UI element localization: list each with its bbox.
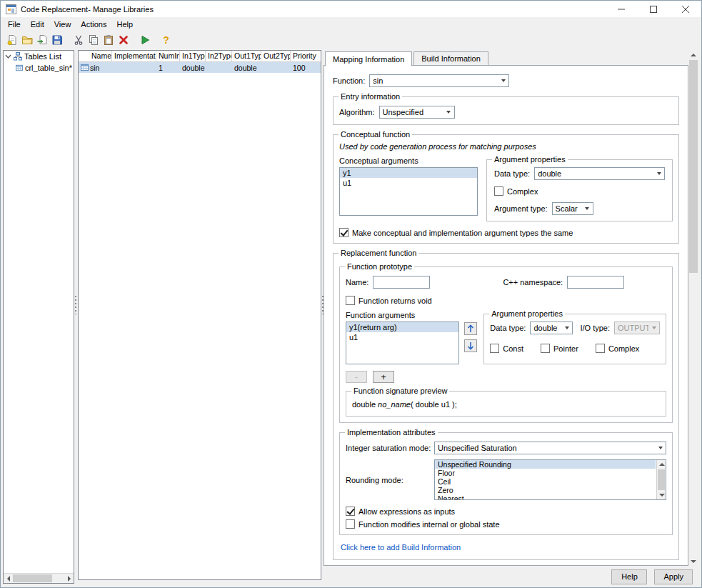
arrow-right-icon (68, 576, 71, 582)
rounding-mode-label: Rounding mode: (346, 476, 430, 484)
scrollbar-thumb[interactable] (13, 574, 52, 582)
algorithm-dropdown[interactable]: Unspecified (379, 106, 455, 119)
list-item[interactable]: Nearest (435, 494, 656, 500)
entry-icon (81, 64, 89, 71)
scroll-down-button[interactable] (688, 557, 698, 566)
run-button[interactable] (137, 32, 152, 47)
titlebar: Code Replacement- Manage Libraries (1, 1, 701, 17)
tree-node-crl-table[interactable]: crl_table_sin* (4, 62, 74, 74)
column-header-name: Name (79, 51, 112, 61)
copy-button[interactable] (86, 32, 101, 47)
tree-node-tables-list[interactable]: Tables List (4, 51, 74, 62)
scroll-up-button[interactable] (657, 460, 666, 469)
chevron-down-icon (498, 75, 508, 86)
list-item[interactable]: Unspecified Rounding (435, 460, 656, 469)
cut-button[interactable] (71, 32, 86, 47)
maximize-button[interactable] (637, 1, 669, 17)
function-value: sin (373, 76, 383, 85)
new-entry-icon (6, 34, 18, 46)
help-button[interactable]: Help (611, 569, 647, 584)
column-header-out2type: Out2Type (261, 51, 291, 61)
checkbox-label: Make conceptual and implementation argum… (352, 229, 573, 237)
returns-void-checkbox[interactable]: Function returns void (346, 296, 666, 305)
group-title: Function signature preview (351, 387, 449, 395)
menubar: File Edit View Actions Help (1, 17, 701, 31)
argument-type-dropdown[interactable]: Scalar (552, 202, 593, 215)
list-item[interactable]: Zero (435, 486, 656, 494)
saturation-mode-value: Unspecified Saturation (438, 444, 517, 452)
add-build-information-link[interactable]: Click here to add Build Information (341, 543, 671, 552)
modifies-state-checkbox[interactable]: Function modifies internal or global sta… (346, 519, 666, 529)
menu-edit[interactable]: Edit (26, 19, 49, 30)
group-title: Replacement function (339, 249, 418, 257)
cell-in1type: double (180, 64, 206, 72)
pointer-checkbox[interactable]: Pointer (541, 344, 578, 353)
apply-button[interactable]: Apply (654, 569, 693, 584)
column-header-out1type: Out1Type (232, 51, 261, 61)
const-checkbox[interactable]: Const (490, 344, 523, 353)
scroll-down-button[interactable] (657, 491, 666, 499)
list-item[interactable]: y1(return arg) (346, 322, 458, 332)
arrow-up-icon (467, 324, 474, 333)
allow-expressions-checkbox[interactable]: Allow expressions as inputs (346, 507, 666, 516)
name-input[interactable] (373, 276, 430, 289)
import-button[interactable] (34, 32, 49, 47)
move-argument-up-button[interactable] (464, 322, 477, 335)
arrow-up-icon (691, 54, 696, 56)
minimize-button[interactable] (605, 1, 637, 17)
tab-build-information[interactable]: Build Information (413, 51, 488, 66)
data-type-dropdown[interactable]: double (534, 167, 665, 180)
scroll-left-button[interactable] (4, 574, 13, 584)
save-icon (51, 34, 63, 46)
details-vertical-scrollbar[interactable] (688, 50, 698, 566)
menu-actions[interactable]: Actions (76, 19, 111, 30)
menu-help[interactable]: Help (111, 19, 138, 30)
chevron-down-icon (561, 322, 572, 334)
scrollbar-thumb[interactable] (658, 469, 665, 490)
save-button[interactable] (49, 32, 64, 47)
io-type-value: OUTPUT (618, 324, 648, 332)
same-types-checkbox[interactable]: Make conceptual and implementation argum… (339, 228, 673, 237)
data-type-value: double (533, 324, 557, 332)
cell-name-text: sin (90, 64, 99, 72)
open-button[interactable] (19, 32, 34, 47)
scroll-up-button[interactable] (688, 50, 698, 59)
rounding-scrollbar[interactable] (656, 460, 666, 499)
tree-horizontal-scrollbar[interactable] (4, 573, 74, 583)
list-item[interactable]: Ceil (435, 477, 656, 486)
checkbox-label: Function modifies internal or global sta… (358, 520, 500, 529)
cell-priority: 100 (291, 64, 321, 72)
menu-file[interactable]: File (3, 19, 26, 30)
move-argument-down-button[interactable] (464, 339, 477, 352)
list-item[interactable]: Floor (435, 469, 656, 477)
scrollbar-track[interactable] (657, 469, 666, 491)
tab-mapping-information[interactable]: Mapping Information (325, 51, 412, 66)
list-item[interactable]: y1 (340, 168, 477, 178)
function-dropdown[interactable]: sin (369, 74, 509, 87)
new-entry-button[interactable] (4, 32, 19, 47)
scroll-right-button[interactable] (64, 574, 74, 584)
add-argument-button[interactable]: + (373, 371, 394, 383)
checkbox-box (346, 507, 355, 516)
list-item[interactable]: u1 (340, 178, 477, 188)
complex-checkbox[interactable]: Complex (596, 344, 639, 353)
namespace-input[interactable] (567, 276, 624, 289)
table-row-sin[interactable]: sin 1 double double 100 (79, 62, 321, 73)
close-button[interactable] (669, 1, 701, 17)
remove-argument-button[interactable]: - (346, 371, 367, 383)
function-signature-preview-group: Function signature preview double no_nam… (346, 391, 666, 417)
data-type-dropdown[interactable]: double (530, 322, 573, 334)
window-title: Code Replacement- Manage Libraries (21, 5, 154, 14)
delete-button[interactable] (116, 32, 131, 47)
checkbox-box (346, 296, 355, 305)
scrollbar-track[interactable] (688, 59, 698, 557)
menu-view[interactable]: View (49, 19, 76, 30)
help-button-toolbar[interactable]: ? (159, 32, 174, 47)
scrollbar-track[interactable] (13, 574, 64, 583)
saturation-mode-dropdown[interactable]: Unspecified Saturation (434, 442, 666, 454)
list-item[interactable]: u1 (346, 332, 458, 342)
scrollbar-thumb[interactable] (689, 60, 698, 273)
complex-checkbox[interactable]: Complex (494, 186, 665, 196)
paste-button[interactable] (101, 32, 116, 47)
run-icon (139, 34, 151, 46)
